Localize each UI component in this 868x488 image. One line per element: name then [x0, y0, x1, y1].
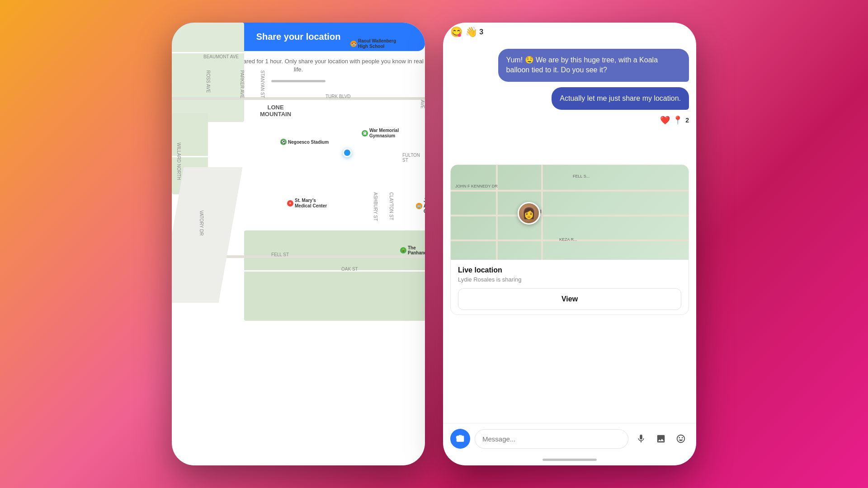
- user-avatar-on-map: 👩: [518, 202, 540, 225]
- sticker-button[interactable]: [673, 431, 689, 447]
- poi-panhandl: 🌳 The Panhandl: [400, 245, 425, 255]
- message-bubble-2: Actually let me just share my location.: [552, 87, 689, 110]
- reactions-header: 😋 👋 3: [443, 23, 696, 42]
- live-location-info: Live location Lydie Rosales is sharing V…: [451, 260, 689, 314]
- chat-messages: Yum! 🤤 We are by this huge tree, with a …: [443, 42, 696, 164]
- heart-reaction: ❤️: [660, 115, 670, 125]
- chat-input-bar: [443, 423, 696, 454]
- message-input[interactable]: [475, 429, 628, 449]
- poi-raoul: 🏫 Raoul WallenbergHigh School: [350, 38, 396, 49]
- camera-button[interactable]: [450, 429, 470, 449]
- reaction-number: 2: [685, 117, 689, 124]
- road-label-nido: NIDO AVE: [420, 100, 425, 111]
- reaction-emojis: 😋 👋: [450, 26, 477, 38]
- live-location-title: Live location: [458, 266, 681, 274]
- live-location-map: JOHN F KENNEDY DR FELL S... KEZA R... Hi…: [451, 165, 689, 260]
- road-label-clayton: CLAYTON ST: [389, 192, 394, 221]
- user-location-dot: [343, 148, 352, 157]
- reaction-count: 3: [479, 28, 483, 36]
- road-label-oak: OAK ST: [341, 267, 358, 272]
- road-label-parker: PARKER AVE: [240, 70, 245, 99]
- road-label-ashbury: ASHBURY ST: [373, 192, 378, 221]
- live-location-card: JOHN F KENNEDY DR FELL S... KEZA R... Hi…: [450, 164, 689, 315]
- card-map-label-jfk: JOHN F KENNEDY DR: [455, 184, 498, 188]
- photo-button[interactable]: [653, 431, 669, 447]
- card-map-label-fell: FELL S...: [573, 174, 590, 178]
- right-home-indicator: [542, 459, 597, 461]
- road-label-fulton: FULTON ST: [402, 153, 425, 163]
- poi-war-memorial: 🏛 War MemorialGymnasium: [362, 128, 399, 139]
- poi-negoesco: ⚽ Negoesco Stadium: [280, 139, 329, 145]
- message-reactions: ❤️ 📍 2: [660, 115, 689, 125]
- road-label-turk: TURK BLVD: [326, 94, 350, 99]
- mic-button[interactable]: [633, 431, 649, 447]
- live-location-subtitle: Lydie Rosales is sharing: [458, 276, 681, 283]
- pin-reaction: 📍: [673, 115, 683, 125]
- road-label-willard: WILLARD NORTH: [176, 143, 181, 180]
- poi-john-adams: 🏢 John AdamsCenter: [416, 198, 425, 214]
- road-label-vatory: VATORY DR: [199, 211, 204, 236]
- road-label-stanyan: STANYAN ST: [260, 70, 265, 98]
- card-map-label-kez: KEZA R...: [559, 237, 577, 242]
- right-phone: 😋 👋 3 Yum! 🤤 We are by this huge tree, w…: [443, 23, 696, 465]
- road-label-fell: FELL ST: [271, 252, 289, 257]
- road-label-ross: ROSS AVE: [206, 70, 211, 93]
- view-location-button[interactable]: View: [458, 288, 681, 310]
- left-phone: TURK BLVD FULTON ST FELL ST OAK ST NIDO …: [172, 23, 425, 465]
- map-label-lone-mountain: LONEMOUNTAIN: [260, 104, 291, 117]
- message-bubble-1: Yum! 🤤 We are by this huge tree, with a …: [498, 49, 689, 82]
- road-label-beaumont: BEAUMONT AVE: [203, 54, 239, 59]
- input-actions: [633, 431, 689, 447]
- home-indicator: [271, 80, 326, 82]
- poi-st-marys: + St. Mary'sMedical Center: [287, 198, 327, 209]
